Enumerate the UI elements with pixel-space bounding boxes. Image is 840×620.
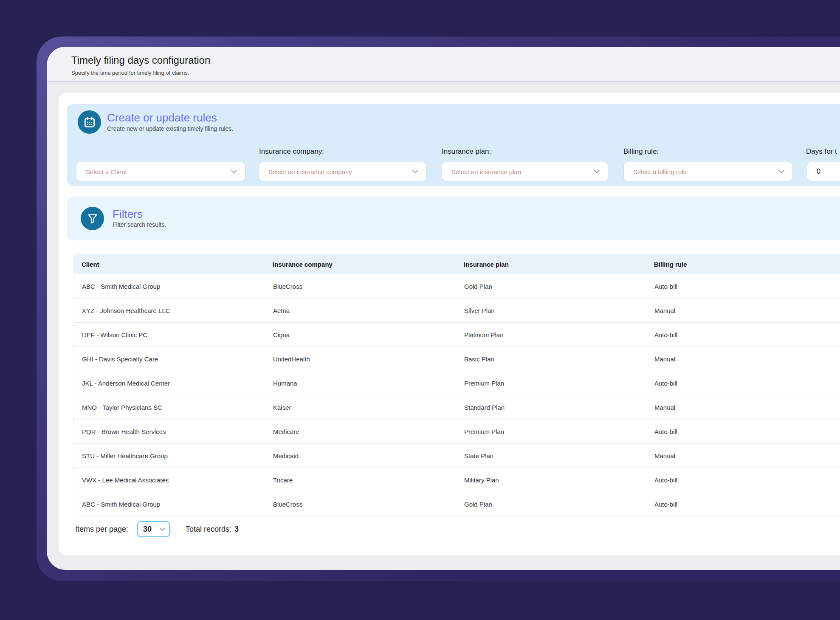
billing-rule-label: Billing rule: xyxy=(623,147,659,156)
filter-funnel-icon xyxy=(81,207,104,230)
cell-company: Humana xyxy=(273,380,464,387)
cell-plan: Basic Plan xyxy=(464,355,654,363)
cell-rule: Manual xyxy=(654,355,840,363)
cell-company: Cigna xyxy=(273,331,464,338)
create-rules-subtitle: Create new or update existing timely fil… xyxy=(107,125,233,132)
insurance-company-label: Insurance company: xyxy=(259,147,324,156)
cell-rule: Auto-bill xyxy=(654,380,840,387)
items-per-page-value: 30 xyxy=(143,525,155,534)
cell-company: BlueCross xyxy=(273,283,464,290)
table-row[interactable]: JKL - Anderson Medical Center Humana Pre… xyxy=(73,371,840,395)
column-header-insurance-plan: Insurance plan xyxy=(464,261,654,268)
cell-client: JKL - Anderson Medical Center xyxy=(82,380,273,387)
cell-rule: Auto-bill xyxy=(654,501,840,508)
insurance-plan-placeholder: Select an insurance plan xyxy=(451,168,589,175)
cell-client: DEF - Wilson Clinic PC xyxy=(82,331,273,338)
total-records-value: 3 xyxy=(234,525,239,534)
total-records: Total records: 3 xyxy=(186,521,239,537)
table-body: ABC - Smith Medical Group BlueCross Gold… xyxy=(73,274,840,516)
cell-company: Medicaid xyxy=(273,452,464,459)
chevron-down-icon xyxy=(412,169,419,174)
cell-client: STU - Miller Healthcare Group xyxy=(82,452,273,459)
page-background: Timely filing days configuration Specify… xyxy=(0,0,840,620)
table-row[interactable]: VWX - Lee Medical Associates Tricare Mil… xyxy=(73,468,840,492)
table-row[interactable]: XYZ - Johnson Healthcare LLC Aetna Silve… xyxy=(73,299,840,323)
create-rules-title: Create or update rules xyxy=(107,111,217,124)
billing-rule-select[interactable]: Select a billing rule xyxy=(623,162,793,181)
rules-table: Client Insurance company Insurance plan … xyxy=(73,254,840,516)
chevron-down-icon xyxy=(593,169,600,174)
insurance-plan-select[interactable]: Select an insurance plan xyxy=(442,162,608,181)
billing-rule-placeholder: Select a billing rule xyxy=(633,168,774,175)
cell-client: PQR - Brown Health Services xyxy=(82,428,273,435)
chevron-down-icon xyxy=(159,527,165,531)
cell-rule: Auto-bill xyxy=(654,476,840,484)
table-row[interactable]: ABC - Smith Medical Group BlueCross Gold… xyxy=(73,492,840,516)
cell-plan: Gold Plan xyxy=(464,283,654,290)
insurance-company-select[interactable]: Select an insurance company xyxy=(259,162,427,181)
table-row[interactable]: PQR - Brown Health Services Medicare Pre… xyxy=(73,420,840,444)
cell-client: XYZ - Johnson Healthcare LLC xyxy=(82,307,273,314)
days-input[interactable]: 0 xyxy=(807,162,840,181)
table-row[interactable]: MNO - Taylor Physicians SC Kaiser Standa… xyxy=(73,395,840,420)
table-row[interactable]: STU - Miller Healthcare Group Medicaid S… xyxy=(73,444,840,468)
cell-plan: Premium Plan xyxy=(464,428,654,435)
days-value: 0 xyxy=(817,168,840,175)
client-select[interactable]: Select a Client xyxy=(76,162,245,181)
cell-plan: Military Plan xyxy=(464,476,654,484)
filters-subtitle: Filter search results. xyxy=(113,221,166,228)
cell-plan: Premium Plan xyxy=(464,380,654,387)
client-select-placeholder: Select a Client xyxy=(86,168,226,175)
cell-rule: Manual xyxy=(654,404,840,411)
cell-client: GHI - Davis Specialty Care xyxy=(82,355,273,363)
filters-title: Filters xyxy=(113,208,143,220)
cell-rule: Manual xyxy=(654,307,840,314)
table-row[interactable]: ABC - Smith Medical Group BlueCross Gold… xyxy=(73,274,840,299)
cell-company: UnitedHealth xyxy=(273,355,464,363)
cell-plan: Standard Plan xyxy=(464,404,654,411)
cell-client: ABC - Smith Medical Group xyxy=(82,501,273,508)
cell-rule: Auto-bill xyxy=(654,283,840,290)
card-header: Timely filing days configuration Specify… xyxy=(47,47,840,82)
cell-client: MNO - Taylor Physicians SC xyxy=(82,404,273,411)
filters-panel xyxy=(67,197,840,240)
cell-rule: Manual xyxy=(654,452,840,459)
insurance-company-placeholder: Select an insurance company xyxy=(268,168,408,175)
cell-company: Kaiser xyxy=(273,404,464,411)
cell-client: ABC - Smith Medical Group xyxy=(82,283,273,290)
cell-company: Medicare xyxy=(273,428,464,435)
page-title: Timely filing days configuration xyxy=(71,54,210,66)
insurance-plan-label: Insurance plan: xyxy=(442,147,491,156)
table-row[interactable]: GHI - Davis Specialty Care UnitedHealth … xyxy=(73,347,840,371)
table-row[interactable]: DEF - Wilson Clinic PC Cigna Platinum Pl… xyxy=(73,323,840,347)
cell-client: VWX - Lee Medical Associates xyxy=(82,476,273,484)
cell-rule: Auto-bill xyxy=(654,331,840,338)
table-header-row: Client Insurance company Insurance plan … xyxy=(73,254,840,274)
column-header-billing-rule: Billing rule xyxy=(654,261,840,268)
cell-company: BlueCross xyxy=(273,501,464,508)
chevron-down-icon xyxy=(231,169,237,174)
cell-company: Aetna xyxy=(273,307,464,314)
cell-company: Tricare xyxy=(273,476,464,484)
column-header-client: Client xyxy=(82,261,273,268)
page-subtitle: Specify the time period for timely filin… xyxy=(71,70,189,76)
total-records-label: Total records: xyxy=(186,525,231,534)
days-label: Days for t xyxy=(806,147,837,156)
items-per-page-label: Items per page: xyxy=(75,521,128,537)
calendar-icon xyxy=(78,110,101,134)
cell-plan: Gold Plan xyxy=(464,501,654,508)
chevron-down-icon xyxy=(778,169,785,174)
cell-plan: Silver Plan xyxy=(464,307,654,314)
column-header-insurance-company: Insurance company xyxy=(273,261,464,268)
cell-plan: Platinum Plan xyxy=(464,331,654,338)
cell-plan: State Plan xyxy=(464,452,654,459)
cell-rule: Auto-bill xyxy=(654,428,840,435)
items-per-page-select[interactable]: 30 xyxy=(137,521,170,537)
